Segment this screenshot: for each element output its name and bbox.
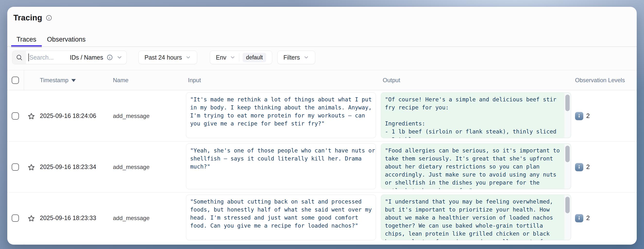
chevron-down-icon: [230, 55, 236, 60]
column-header-output[interactable]: Output: [383, 70, 400, 90]
timestamp-cell: 2025-09-16 18:24:06: [40, 90, 96, 141]
output-text: "I understand that you may be feeling ov…: [381, 195, 571, 240]
env-divider: [239, 53, 239, 62]
tab-observations[interactable]: Observations: [42, 32, 91, 47]
page-title: Tracing: [13, 13, 42, 22]
column-header-input[interactable]: Input: [188, 70, 201, 90]
sort-desc-icon: [72, 79, 76, 82]
chevron-down-icon: [185, 55, 191, 60]
column-header-name[interactable]: Name: [113, 70, 128, 90]
input-preview-cell[interactable]: "Yeah, she's one of those people who can…: [186, 143, 376, 189]
tracing-page-card: Tracing Traces Observations IDs /: [7, 7, 637, 245]
search-input[interactable]: [29, 54, 70, 61]
input-preview-cell[interactable]: "Something about cutting back on salt an…: [186, 194, 376, 240]
env-label: Env: [216, 54, 226, 61]
scrollbar-thumb[interactable]: [565, 146, 570, 162]
observation-levels-cell: 2: [575, 90, 590, 141]
scrollbar-thumb[interactable]: [565, 95, 570, 111]
info-level-icon: [575, 112, 583, 120]
chevron-down-icon: [303, 55, 309, 60]
tabs-divider: [7, 47, 637, 47]
output-header-label: Output: [383, 77, 400, 84]
search-icon: [16, 54, 22, 61]
output-text: "Of course! Here's a simple and deliciou…: [381, 93, 571, 138]
select-all-checkbox[interactable]: [12, 77, 19, 84]
info-level-icon: [575, 163, 583, 171]
desktop-background: { "page": { "title": "Tracing" }, "tabs"…: [0, 0, 644, 249]
input-text: "It's made me rethink a lot of things ab…: [186, 93, 376, 128]
output-scrollbar[interactable]: [564, 144, 571, 189]
page-header: Tracing: [13, 13, 52, 22]
timestamp-cell: 2025-09-16 18:23:33: [40, 193, 96, 243]
env-value-badge: default: [242, 53, 266, 62]
row-checkbox[interactable]: [12, 112, 19, 120]
column-header-observation-levels[interactable]: Observation Levels: [575, 70, 625, 90]
output-preview-cell[interactable]: "Of course! Here's a simple and deliciou…: [381, 92, 571, 138]
env-filter-button[interactable]: Env default: [210, 51, 272, 64]
input-text: "Yeah, she's one of those people who can…: [186, 144, 376, 171]
observation-levels-cell: 2: [575, 142, 590, 192]
name-cell: add_message: [113, 142, 150, 192]
output-preview-cell[interactable]: "Food allergies can be serious, so it's …: [381, 143, 571, 189]
scrollbar-thumb[interactable]: [565, 197, 570, 213]
info-level-icon: [575, 214, 583, 222]
timestamp-cell: 2025-09-16 18:23:34: [40, 142, 96, 192]
chevron-down-icon: [116, 54, 123, 61]
tab-traces-label: Traces: [16, 36, 36, 43]
output-scrollbar[interactable]: [564, 93, 571, 138]
search-icon-area: [12, 51, 26, 64]
table-row[interactable]: 2025-09-16 18:23:34 add_message "Yeah, s…: [7, 142, 637, 193]
search-scope-label: IDs / Names: [70, 54, 103, 61]
search-box[interactable]: IDs / Names: [12, 51, 127, 64]
tab-observations-label: Observations: [47, 36, 86, 43]
table-row[interactable]: 2025-09-16 18:24:06 add_message "It's ma…: [7, 90, 637, 142]
timestamp-header-label: Timestamp: [40, 77, 68, 84]
filters-label: Filters: [284, 54, 300, 61]
page-info-icon[interactable]: [46, 15, 52, 21]
row-checkbox[interactable]: [12, 163, 19, 171]
time-range-label: Past 24 hours: [144, 54, 182, 61]
input-header-label: Input: [188, 77, 201, 84]
table-header: Timestamp Name Input Output Observation …: [7, 70, 637, 90]
bookmark-star-icon[interactable]: [28, 215, 35, 223]
output-preview-cell[interactable]: "I understand that you may be feeling ov…: [381, 194, 571, 240]
toolbar: IDs / Names Past 24 hours Env default Fi…: [7, 51, 637, 64]
observation-count: 2: [586, 214, 590, 222]
scope-info-icon[interactable]: [106, 54, 113, 61]
observation-levels-header-label: Observation Levels: [575, 77, 625, 84]
input-text: "Something about cutting back on salt an…: [186, 195, 376, 230]
name-header-label: Name: [113, 77, 128, 84]
observation-levels-cell: 2: [575, 193, 590, 243]
tab-traces[interactable]: Traces: [11, 32, 42, 47]
search-scope[interactable]: IDs / Names: [70, 54, 126, 61]
observation-count: 2: [586, 112, 590, 120]
tab-bar: Traces Observations: [11, 32, 91, 47]
name-cell: add_message: [113, 90, 150, 141]
column-header-timestamp[interactable]: Timestamp: [40, 70, 76, 90]
output-scrollbar[interactable]: [564, 195, 571, 240]
name-cell: add_message: [113, 193, 150, 243]
row-checkbox[interactable]: [12, 214, 19, 222]
bookmark-star-icon[interactable]: [28, 113, 35, 121]
input-preview-cell[interactable]: "It's made me rethink a lot of things ab…: [186, 92, 376, 138]
output-text: "Food allergies can be serious, so it's …: [381, 144, 571, 189]
observation-count: 2: [586, 163, 590, 171]
table-row[interactable]: 2025-09-16 18:23:33 add_message "Somethi…: [7, 193, 637, 244]
filters-button[interactable]: Filters: [277, 51, 315, 64]
bookmark-star-icon[interactable]: [28, 164, 35, 172]
time-range-button[interactable]: Past 24 hours: [138, 51, 197, 64]
